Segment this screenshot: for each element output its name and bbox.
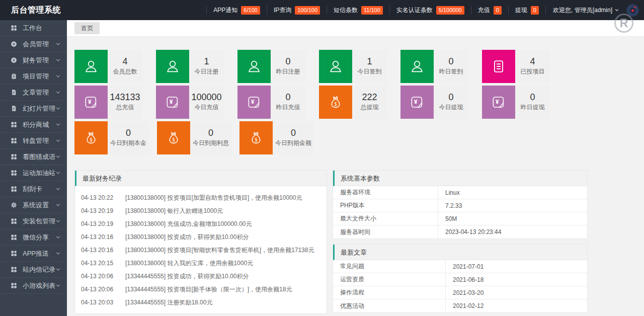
header-stat-link[interactable]: 短信条数 11/100 xyxy=(327,6,389,15)
stat-card[interactable]: 4 已投项目 xyxy=(482,50,550,83)
money-bag-icon: $ xyxy=(248,130,264,146)
stat-card[interactable]: 4 会员总数 xyxy=(74,50,142,83)
stat-card[interactable]: 0 今日提现 xyxy=(400,86,468,119)
stat-card[interactable]: $ 0 今日到期利息 xyxy=(157,121,231,154)
header-stat-badge: 11/100 xyxy=(361,6,383,15)
article-title[interactable]: 优惠活动 xyxy=(333,299,445,312)
sidebar-item-label: 看图猜成语 xyxy=(23,152,55,162)
stat-card[interactable]: 100000 今日充值 xyxy=(156,86,224,119)
article-title[interactable]: 操作流程 xyxy=(333,286,445,299)
sidebar-item[interactable]: 小游戏列表 xyxy=(0,278,67,294)
welcome-text: 欢迎您, 管理员[admin] xyxy=(553,6,612,15)
sidebar-item[interactable]: 站内信记录 xyxy=(0,262,67,278)
stat-card-info: 143133 总充值 xyxy=(108,86,142,119)
grid-icon xyxy=(10,217,18,225)
sidebar-item[interactable]: 转盘管理 xyxy=(0,133,67,149)
header-stat-link[interactable]: IP查询 100/100 xyxy=(267,6,327,15)
sidebar-menu: 工作台 会员管理 财务管理 xyxy=(0,20,67,294)
sidebar-item-label: 工作台 xyxy=(23,24,55,33)
stat-card[interactable]: $ 0 今日到期本金 xyxy=(74,121,149,154)
record-row: 04-13 20:06 [13344445555] 投资项目[新手体验（限一次）… xyxy=(81,283,320,296)
stat-card-row: 4 会员总数 1 今日注册 xyxy=(74,50,644,83)
sidebar-item[interactable]: APP推送 xyxy=(0,246,67,262)
sidebar-item-label: 文章管理 xyxy=(23,88,55,97)
header-stat-badge: 0 xyxy=(494,6,502,15)
header-stat-link[interactable]: 充值 0 xyxy=(471,6,508,15)
record-text: [13344445555] 投资项目[新手体验（限一次）]，使用余额18元 xyxy=(125,285,320,294)
svg-text:$: $ xyxy=(334,101,337,107)
stat-card[interactable]: $ 222 总提现 xyxy=(319,86,387,119)
stat-label: 已投项目 xyxy=(521,67,545,76)
tab-home[interactable]: 首页 xyxy=(74,22,100,34)
stat-card-icon-block xyxy=(319,50,352,83)
sidebar-item-label: 运动加油站 xyxy=(23,169,55,178)
sidebar-item[interactable]: 安装包管理 xyxy=(0,213,67,229)
chevron-down-icon xyxy=(55,218,61,224)
chevron-down-icon xyxy=(55,122,61,127)
panel-title: 最新财务纪录 xyxy=(75,171,327,186)
header-stat-label: 提现 xyxy=(515,6,527,15)
stat-card-icon-block: $ xyxy=(74,121,108,154)
header-stat-label: 实名认证条数 xyxy=(396,6,433,15)
panel-title: 最新文章 xyxy=(333,245,587,260)
header-stat-link[interactable]: 提现 0 xyxy=(508,6,545,15)
stat-card[interactable]: 143133 总充值 xyxy=(74,86,142,119)
sidebar-item[interactable]: 看图猜成语 xyxy=(0,149,67,165)
stat-card-info: 0 今日到期金额 xyxy=(273,121,314,154)
sidebar-item[interactable]: 刮刮卡 xyxy=(0,181,67,197)
sidebar-item[interactable]: 积分商城 xyxy=(0,117,67,133)
sidebar-item[interactable]: 系统设置 xyxy=(0,197,67,213)
stat-value: 4 xyxy=(122,57,127,67)
sidebar-item[interactable]: 文章管理 xyxy=(0,85,67,101)
stat-card[interactable]: 0 昨日注册 xyxy=(237,50,305,83)
stat-card[interactable]: 1 今日签到 xyxy=(319,50,387,83)
sidebar-item[interactable]: 微信分享 xyxy=(0,229,67,246)
chevron-down-icon xyxy=(55,154,61,160)
sidebar-item[interactable]: 会员管理 xyxy=(0,36,67,52)
stat-card[interactable]: 0 昨日签到 xyxy=(400,50,468,83)
stat-label: 今日提现 xyxy=(439,103,463,112)
record-row: 04-13 20:19 [13800138000] 银行入款赠送1000元 xyxy=(81,204,320,217)
stat-card-info: 4 会员总数 xyxy=(108,50,142,83)
record-time: 04-13 20:22 xyxy=(81,194,125,201)
article-title[interactable]: 常见问题 xyxy=(333,260,445,273)
param-label: 服务器环境 xyxy=(333,186,438,199)
param-value: 50M xyxy=(438,212,587,225)
stat-label: 会员总数 xyxy=(113,67,137,76)
user-menu[interactable]: 欢迎您, 管理员[admin] xyxy=(545,6,623,15)
sidebar-item[interactable]: 项目管理 xyxy=(0,68,67,85)
grid-icon xyxy=(10,169,18,177)
stat-card[interactable]: 0 昨日提现 xyxy=(482,86,550,119)
stat-card-info: 222 总提现 xyxy=(352,86,387,119)
yen-card-icon xyxy=(246,94,262,110)
sidebar-item[interactable]: 财务管理 xyxy=(0,52,67,68)
param-label: PHP版本 xyxy=(333,199,438,212)
panel-financial-records: 最新财务纪录 04-13 20:22 [13800138000] 投资项目[加盟… xyxy=(74,170,327,314)
stat-value: 222 xyxy=(362,93,377,103)
stat-value: 1 xyxy=(204,57,209,67)
stat-card[interactable]: 1 今日注册 xyxy=(156,50,224,83)
header-stat-link[interactable]: APP通知 6/100 xyxy=(206,6,267,15)
sidebar-item-label: 转盘管理 xyxy=(23,136,55,145)
tab-bar: 首页 xyxy=(67,20,644,37)
money-bag-icon: $ xyxy=(83,130,99,146)
stat-card-info: 1 今日注册 xyxy=(189,50,224,83)
sidebar-item[interactable]: 工作台 xyxy=(0,20,67,36)
stat-value: 1 xyxy=(367,57,372,67)
stat-card[interactable]: $ 0 今日到期金额 xyxy=(239,121,314,154)
header-stat-link[interactable]: 实名认证条数 5/100000 xyxy=(389,6,471,15)
stat-label: 总充值 xyxy=(116,103,134,112)
stat-label: 昨日签到 xyxy=(439,67,463,76)
sidebar-item[interactable]: 运动加油站 xyxy=(0,165,67,181)
user-icon xyxy=(165,58,181,74)
article-title[interactable]: 运营资质 xyxy=(333,273,445,286)
yen-card-icon xyxy=(165,94,181,110)
stat-card-icon-block: $ xyxy=(319,86,352,119)
stat-card[interactable]: 0 昨日充值 xyxy=(237,86,305,119)
stat-card-row: $ 0 今日到期本金 $ 0 今日到期利息 xyxy=(74,121,644,154)
sidebar-item[interactable]: 幻灯片管理 xyxy=(0,101,67,117)
record-row: 04-13 20:06 [13344445555] 投资成功，获得奖励10.00… xyxy=(81,270,320,283)
slide-icon xyxy=(10,105,18,112)
stat-label: 今日到期金额 xyxy=(275,139,311,147)
user-icon xyxy=(409,58,425,74)
